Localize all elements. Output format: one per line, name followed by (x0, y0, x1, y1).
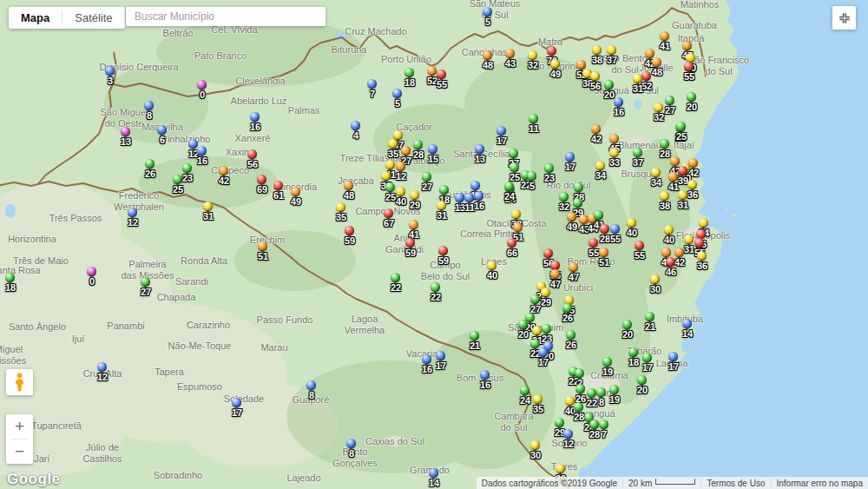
map-marker[interactable]: 7 (367, 79, 377, 89)
map-marker[interactable]: 27 (530, 294, 540, 304)
map-marker[interactable]: 22 (431, 282, 440, 292)
map-type-satellite-button[interactable]: Satélite (62, 7, 124, 29)
map-marker[interactable]: 46 (666, 257, 675, 267)
map-marker[interactable]: 41 (409, 220, 418, 229)
map-marker[interactable]: 29 (573, 198, 582, 208)
map-marker[interactable]: 35 (336, 202, 345, 212)
map-type-map-button[interactable]: Mapa (9, 7, 62, 29)
map-marker[interactable]: 14 (682, 319, 692, 328)
map-marker[interactable]: 32 (654, 102, 663, 112)
search-input[interactable] (126, 7, 326, 26)
map-marker[interactable]: 26 (145, 159, 155, 169)
map-marker[interactable]: 67 (384, 208, 393, 218)
map-marker[interactable]: 24 (520, 386, 529, 395)
map-marker[interactable]: 5 (392, 89, 402, 98)
map-marker[interactable]: 43 (661, 248, 671, 257)
map-marker[interactable]: 35 (388, 139, 398, 149)
map-marker[interactable]: 12 (97, 362, 107, 372)
map-marker[interactable]: 8 (306, 380, 316, 390)
map-marker[interactable]: 70 (547, 46, 556, 56)
map-marker[interactable]: 17 (668, 352, 678, 361)
map-marker[interactable]: 34 (595, 161, 605, 170)
map-marker[interactable]: 42 (219, 166, 228, 175)
map-marker[interactable]: 20 (604, 80, 614, 89)
map-marker[interactable]: 23 (182, 163, 192, 173)
map-marker[interactable]: 56 (590, 71, 600, 81)
map-marker[interactable]: 49 (567, 212, 576, 221)
map-marker[interactable]: 30 (530, 440, 540, 450)
map-marker[interactable]: 55 (694, 238, 704, 248)
map-marker[interactable]: 25 (385, 182, 395, 192)
map-marker[interactable]: 51 (599, 248, 608, 257)
map-marker[interactable]: 37 (607, 45, 616, 55)
terms-of-use-link[interactable]: Termos de Uso (707, 479, 765, 488)
map-marker[interactable]: 26 (562, 303, 572, 313)
map-marker[interactable]: 34 (651, 168, 661, 177)
map-marker[interactable]: 16 (197, 146, 207, 155)
map-marker[interactable]: 6 (157, 125, 167, 135)
map-marker[interactable]: 47 (569, 262, 578, 272)
map-marker[interactable]: 31 (203, 202, 213, 211)
map-marker[interactable]: 22 (391, 273, 400, 282)
map-marker[interactable]: 51 (513, 222, 523, 232)
map-marker[interactable]: 21 (645, 312, 654, 321)
map-marker[interactable]: 45 (609, 134, 619, 143)
map-marker[interactable]: 49 (291, 187, 300, 196)
map-marker[interactable]: 16 (474, 191, 483, 201)
map-marker[interactable]: 22 (530, 339, 540, 348)
map-marker[interactable]: 13 (475, 144, 484, 154)
map-marker[interactable]: 20 (622, 320, 632, 329)
map-marker[interactable]: 35 (533, 394, 542, 404)
map-marker[interactable]: 20 (687, 92, 696, 102)
map-marker[interactable]: 31 (678, 190, 687, 200)
map-marker[interactable]: 15 (428, 144, 437, 154)
fullscreen-button[interactable] (832, 6, 856, 30)
map-marker[interactable]: 11 (529, 114, 538, 123)
map-marker[interactable]: 38 (381, 171, 391, 181)
map-marker[interactable]: 26 (575, 384, 585, 393)
map-marker[interactable]: 52 (576, 60, 586, 69)
map-marker[interactable]: 29 (541, 287, 550, 297)
map-marker[interactable]: 4 (351, 121, 360, 130)
map-marker[interactable]: 25 (676, 122, 686, 131)
map-marker[interactable]: 7 (599, 420, 608, 429)
map-marker[interactable]: 27 (401, 146, 411, 155)
map-marker[interactable]: 2 (575, 368, 584, 378)
map-marker[interactable]: 42 (674, 248, 684, 257)
map-marker[interactable]: 17 (538, 347, 548, 357)
map-marker[interactable]: 12 (396, 162, 405, 171)
map-marker[interactable]: 8 (346, 439, 356, 448)
map-marker[interactable]: 40 (627, 218, 636, 228)
map-marker[interactable]: 52 (427, 66, 437, 76)
map-marker[interactable]: 41 (594, 210, 603, 220)
map-marker[interactable]: 17 (565, 152, 575, 162)
map-marker[interactable]: 0 (197, 80, 207, 89)
map-marker[interactable]: 55 (684, 62, 694, 71)
map-marker[interactable]: 28 (574, 182, 583, 192)
map-marker[interactable]: 36 (697, 251, 707, 261)
map-marker[interactable]: 0 (87, 267, 96, 276)
map-marker[interactable]: 48 (344, 181, 353, 190)
map-marker[interactable]: 25 (510, 162, 519, 172)
map-marker[interactable]: 24 (504, 182, 514, 191)
map-marker[interactable]: 19 (602, 357, 612, 367)
map-marker[interactable]: 28 (589, 420, 599, 429)
map-marker[interactable]: 36 (687, 180, 697, 189)
map-marker[interactable]: 47 (550, 269, 560, 279)
map-marker[interactable]: 29 (555, 418, 564, 427)
map-marker[interactable]: 12 (563, 429, 573, 439)
map-marker[interactable]: 19 (609, 385, 619, 394)
map-marker[interactable]: 18 (439, 185, 449, 195)
map-marker[interactable]: 15 (470, 181, 480, 190)
map-marker[interactable]: 28 (660, 139, 669, 149)
map-marker[interactable]: 56 (247, 149, 257, 159)
map-marker[interactable]: 51 (258, 241, 267, 251)
map-marker[interactable]: 43 (505, 49, 515, 58)
map-marker[interactable]: 17 (232, 398, 241, 407)
map-marker[interactable]: 23 (542, 324, 551, 334)
map-marker[interactable]: 17 (496, 126, 506, 135)
map-marker[interactable]: 48 (483, 50, 492, 60)
map-marker[interactable]: 42 (591, 124, 601, 134)
map-marker[interactable]: 14 (429, 468, 438, 478)
map-marker[interactable]: 47 (682, 41, 692, 50)
